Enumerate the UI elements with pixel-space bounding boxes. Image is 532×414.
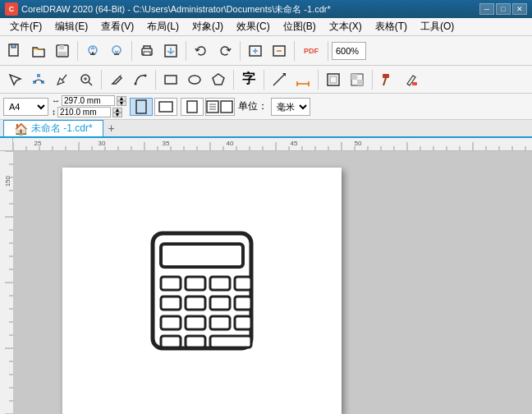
node-tool[interactable]	[27, 68, 50, 91]
separator8	[155, 70, 156, 90]
svg-rect-3	[59, 45, 64, 49]
print-button[interactable]	[135, 39, 158, 62]
svg-rect-50	[235, 277, 251, 290]
height-input[interactable]	[57, 107, 111, 117]
add-tab-button[interactable]: +	[103, 120, 120, 136]
close-button[interactable]: ✕	[512, 3, 527, 15]
save-button[interactable]	[51, 39, 74, 62]
main-area	[0, 138, 532, 414]
separator	[77, 41, 78, 61]
line-tool[interactable]	[268, 68, 291, 91]
svg-rect-47	[161, 277, 181, 290]
svg-rect-37	[136, 100, 146, 113]
zoom-tool[interactable]	[75, 68, 98, 91]
minimize-button[interactable]: ─	[479, 3, 494, 15]
title-text: CorelDRAW 2020 (64-Bit) - C:\Users\Admin…	[21, 3, 479, 16]
svg-rect-48	[186, 277, 205, 290]
svg-rect-29	[328, 74, 339, 85]
ruler-horizontal	[13, 138, 532, 151]
menu-bar: 文件(F) 编辑(E) 查看(V) 布局(L) 对象(J) 效果(C) 位图(B…	[0, 18, 532, 36]
bezier-tool[interactable]	[129, 68, 152, 91]
svg-rect-36	[412, 82, 417, 85]
property-bar: A4 A3 Letter ↔ ▲ ▼ ↕ ▲ ▼	[0, 94, 532, 120]
height-down[interactable]: ▼	[112, 113, 122, 117]
menu-tools[interactable]: 工具(O)	[414, 18, 461, 35]
undo-button[interactable]	[190, 39, 213, 62]
menu-view[interactable]: 查看(V)	[94, 18, 140, 35]
zoom-level[interactable]: 600%	[332, 42, 366, 60]
home-icon: 🏠	[14, 122, 28, 136]
window-controls: ─ □ ✕	[479, 3, 527, 15]
menu-layout[interactable]: 布局(L)	[140, 18, 186, 35]
portrait-button[interactable]	[130, 98, 153, 116]
select-tool[interactable]	[3, 68, 26, 91]
new-button[interactable]	[3, 39, 26, 62]
fill-tool[interactable]	[400, 68, 423, 91]
svg-rect-59	[161, 336, 181, 347]
svg-rect-32	[351, 74, 357, 80]
app-icon: C	[5, 2, 18, 16]
svg-rect-61	[210, 336, 251, 347]
menu-object[interactable]: 对象(J)	[186, 18, 230, 35]
open-button[interactable]	[27, 39, 50, 62]
download-button[interactable]	[105, 39, 128, 62]
svg-rect-33	[357, 80, 363, 85]
separator4	[240, 41, 241, 61]
ruler-corner	[0, 138, 13, 151]
main-toolbar: PDF 600%	[0, 36, 532, 66]
orientation-buttons	[130, 98, 177, 116]
export-button[interactable]	[268, 39, 291, 62]
width-spinner[interactable]: ▲ ▼	[117, 96, 126, 106]
upload-button[interactable]	[81, 39, 104, 62]
unit-select[interactable]: 毫米 厘米 像素	[271, 98, 310, 116]
landscape-button[interactable]	[154, 98, 177, 116]
document-tab[interactable]: 🏠 未命名 -1.cdr*	[3, 120, 103, 136]
menu-effects[interactable]: 效果(C)	[230, 18, 277, 35]
single-page-button[interactable]	[181, 98, 204, 116]
ellipse-tool[interactable]	[183, 68, 206, 91]
double-page-button[interactable]	[205, 98, 235, 116]
canvas-scroll[interactable]	[13, 151, 532, 414]
import2-button[interactable]	[244, 39, 267, 62]
checkerboard-tool[interactable]	[346, 68, 369, 91]
pdf-button[interactable]: PDF	[298, 39, 324, 62]
separator9	[233, 70, 234, 90]
svg-rect-4	[58, 52, 66, 56]
page-size-select[interactable]: A4 A3 Letter	[3, 98, 48, 116]
menu-bitmap[interactable]: 位图(B)	[277, 18, 323, 35]
dimension-tool[interactable]	[291, 68, 314, 91]
tab-bar: 🏠 未命名 -1.cdr* +	[0, 120, 532, 138]
pen-tool[interactable]	[105, 68, 128, 91]
menu-edit[interactable]: 编辑(E)	[48, 18, 94, 35]
width-down[interactable]: ▼	[117, 101, 126, 106]
polygon-tool[interactable]	[207, 68, 230, 91]
svg-rect-21	[165, 76, 177, 84]
svg-point-22	[189, 76, 200, 84]
title-bar: C CorelDRAW 2020 (64-Bit) - C:\Users\Adm…	[0, 0, 532, 18]
height-spinner[interactable]: ▲ ▼	[112, 108, 122, 117]
frame-tool[interactable]	[322, 68, 345, 91]
maximize-button[interactable]: □	[496, 3, 511, 15]
separator10	[264, 70, 264, 90]
svg-point-20	[144, 74, 147, 76]
canvas-container[interactable]	[0, 138, 532, 414]
ruler-vertical	[0, 151, 13, 414]
hammer-tool[interactable]	[376, 68, 399, 91]
freehand-transform-tool[interactable]	[51, 68, 74, 91]
svg-rect-39	[187, 101, 197, 113]
import-button[interactable]	[159, 39, 182, 62]
svg-rect-38	[159, 102, 172, 112]
menu-file[interactable]: 文件(F)	[3, 18, 48, 35]
text-tool[interactable]: 字	[237, 68, 260, 91]
redo-button[interactable]	[213, 39, 236, 62]
svg-rect-53	[210, 297, 230, 310]
menu-text[interactable]: 文本(X)	[323, 18, 369, 35]
svg-line-16	[89, 82, 92, 85]
rectangle-tool[interactable]	[159, 68, 182, 91]
menu-table[interactable]: 表格(T)	[369, 18, 414, 35]
svg-rect-34	[383, 74, 389, 78]
svg-line-35	[383, 78, 386, 85]
svg-rect-55	[161, 316, 181, 329]
width-input[interactable]	[62, 95, 115, 106]
calculator-icon	[149, 229, 255, 352]
